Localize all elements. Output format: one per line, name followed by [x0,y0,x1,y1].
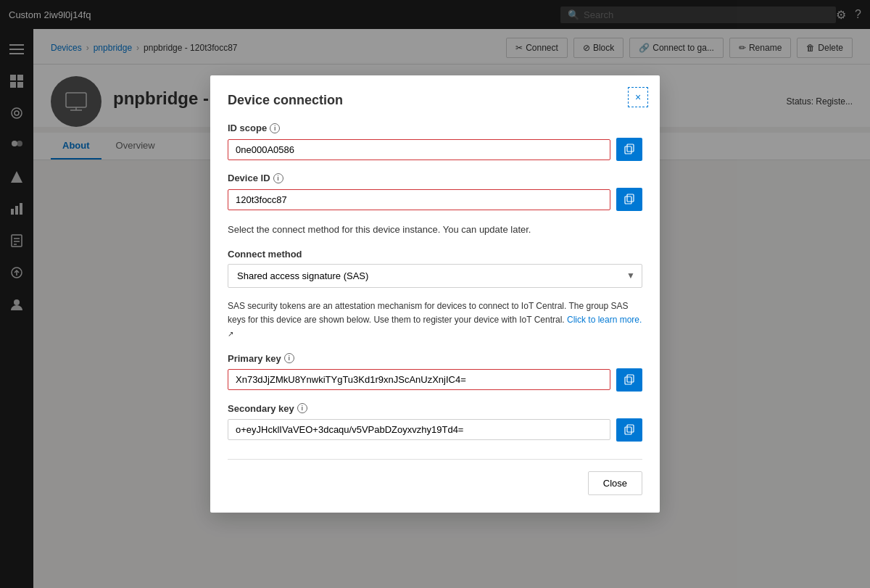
svg-rect-29 [627,375,634,382]
device-connection-modal: Device connection × ID scope i Device ID… [210,75,660,512]
primary-key-label: Primary key i [228,353,642,364]
modal-footer: Close [228,459,642,495]
device-id-group: Device ID i [228,173,642,211]
external-link-icon: ↗ [228,330,233,338]
id-scope-input[interactable] [228,139,610,160]
secondary-key-label: Secondary key i [228,403,642,414]
svg-rect-26 [625,146,631,154]
svg-rect-31 [627,425,634,432]
id-scope-copy-button[interactable] [616,138,642,161]
svg-rect-32 [625,427,631,434]
primary-key-input[interactable] [228,369,610,390]
primary-key-info-icon[interactable]: i [284,353,294,363]
modal-title: Device connection [228,93,642,108]
svg-rect-25 [627,144,634,152]
learn-more-link[interactable]: Click to learn more. [567,315,642,325]
device-id-info-icon[interactable]: i [273,173,283,183]
connect-description: Select the connect method for this devic… [228,223,642,237]
sas-description: SAS security tokens are an attestation m… [228,299,642,341]
device-id-copy-button[interactable] [616,188,642,211]
connect-method-group: Connect method Shared access signature (… [228,249,642,288]
primary-key-field-row [228,368,642,392]
svg-rect-27 [627,194,634,202]
primary-key-copy-button[interactable] [616,368,642,392]
svg-rect-30 [625,377,631,384]
close-icon: × [635,91,641,103]
id-scope-label: ID scope i [228,123,642,133]
secondary-key-info-icon[interactable]: i [297,403,307,413]
device-id-input[interactable] [228,189,610,210]
connect-method-label: Connect method [228,249,642,260]
id-scope-info-icon[interactable]: i [270,123,280,133]
device-id-label: Device ID i [228,173,642,183]
modal-close-button[interactable]: × [628,87,648,107]
secondary-key-group: Secondary key i [228,403,642,442]
connect-method-select[interactable]: Shared access signature (SAS) X.509 cert… [228,264,642,288]
device-id-field-row [228,188,642,211]
id-scope-group: ID scope i [228,123,642,161]
connect-method-select-wrapper: Shared access signature (SAS) X.509 cert… [228,264,642,288]
modal-overlay: Device connection × ID scope i Device ID… [0,0,870,588]
id-scope-field-row [228,138,642,161]
primary-key-group: Primary key i [228,353,642,392]
secondary-key-copy-button[interactable] [616,418,642,442]
secondary-key-field-row [228,418,642,442]
svg-rect-28 [625,196,631,204]
modal-close-button-footer[interactable]: Close [588,471,642,495]
secondary-key-input[interactable] [228,419,610,440]
